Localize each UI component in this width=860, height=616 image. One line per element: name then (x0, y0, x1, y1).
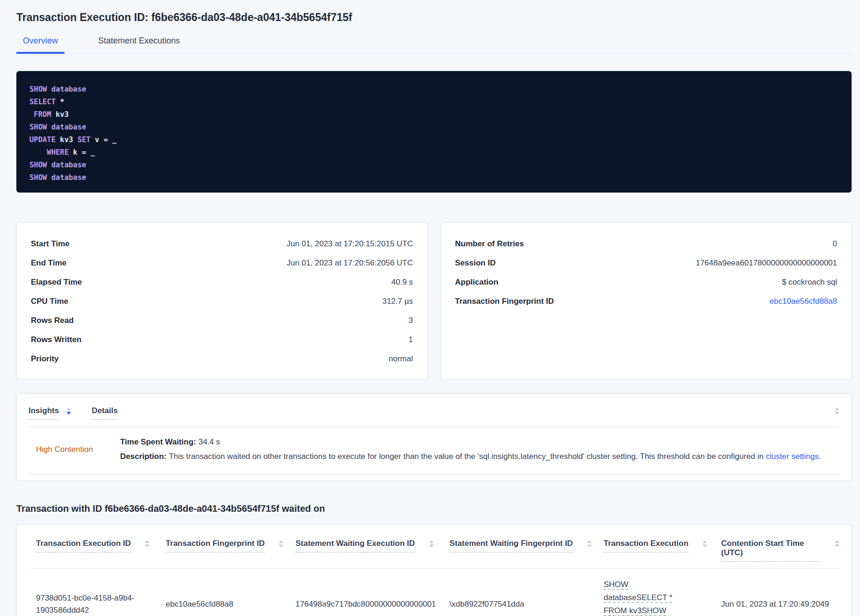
summary-card-right: Number of Retries 0 Session ID 17648a9ee… (441, 222, 852, 380)
column-header-transaction-execution-id[interactable]: Transaction Execution ID (29, 539, 158, 552)
sql-line: SHOW database (29, 83, 838, 96)
row-label: Application (455, 278, 499, 286)
tab-bar: Overview Statement Executions (16, 36, 852, 54)
column-header-details[interactable]: Details (92, 406, 118, 420)
sql-line: SELECT * (29, 96, 838, 108)
sort-icon[interactable] (145, 540, 150, 547)
sort-icon[interactable] (702, 540, 707, 547)
waited-on-heading: Transaction with ID f6be6366-da03-48de-a… (16, 503, 852, 514)
summary-row-cpu-time: CPU Time 312.7 µs (31, 297, 413, 305)
tab-overview[interactable]: Overview (16, 36, 64, 54)
sql-line: SHOW database (29, 159, 838, 172)
insight-type-label: High Contention (29, 445, 120, 454)
row-value: Jun 01, 2023 at 17:20:56:2056 UTC (287, 259, 413, 267)
sql-line: FROM kv3 (29, 108, 838, 121)
row-value: 1 (408, 336, 413, 344)
table-row: 9738d051-bc0e-4158-a9b4-1903586ddd42 ebc… (29, 569, 839, 616)
column-header-statement-waiting-fingerprint-id[interactable]: Statement Waiting Fingerprint ID (442, 539, 596, 552)
row-value: 3 (408, 316, 413, 324)
cell-statement-waiting-fingerprint-id: \xdb8922f077541dda (442, 598, 596, 610)
column-header-contention-start-time[interactable]: Contention Start Time (UTC) (714, 539, 839, 562)
sort-icon[interactable] (835, 408, 839, 415)
row-label: Number of Retries (455, 240, 524, 248)
summary-card-left: Start Time Jun 01, 2023 at 17:20:15:2015… (16, 222, 428, 380)
row-label: End Time (31, 259, 66, 267)
row-label: CPU Time (31, 297, 68, 305)
cell-statement-waiting-execution-id: 176498a9c717bdc80000000000000001 (288, 598, 442, 610)
row-label: Rows Written (31, 336, 81, 344)
row-label: Transaction Fingerprint ID (455, 297, 554, 305)
column-header-transaction-fingerprint-id[interactable]: Transaction Fingerprint ID (158, 539, 288, 552)
sort-icon[interactable] (66, 408, 71, 415)
summary-row-rows-read: Rows Read 3 (31, 316, 413, 324)
time-spent-waiting-value: 34.4 s (198, 437, 220, 446)
summary-row-retries: Number of Retries 0 (455, 240, 838, 248)
cell-transaction-execution: SHOW databaseSELECT * FROM kv3SHOW datab… (596, 578, 714, 616)
sql-line: UPDATE kv3 SET v = _ (29, 134, 838, 146)
tab-statement-executions[interactable]: Statement Executions (92, 36, 186, 54)
description-period: . (819, 452, 821, 461)
sql-statement-box: SHOW database SELECT * FROM kv3 SHOW dat… (16, 71, 852, 193)
summary-row-transaction-fingerprint: Transaction Fingerprint ID ebc10ae56cfd8… (455, 297, 838, 305)
insights-table-card: Insights Details High Contention Time Sp… (16, 394, 852, 481)
time-spent-waiting-label: Time Spent Waiting: (120, 437, 196, 446)
sort-icon[interactable] (429, 540, 434, 547)
cell-transaction-fingerprint-id: ebc10ae56cfd88a8 (158, 598, 288, 610)
description-text: This transaction waited on other transac… (169, 452, 766, 461)
sql-line: SHOW database (29, 172, 838, 184)
transaction-fingerprint-link[interactable]: ebc10ae56cfd88a8 (769, 297, 837, 305)
summary-row-application: Application $ cockroach sql (455, 278, 838, 286)
sql-line: WHERE k = _ (29, 146, 838, 159)
sql-line: SHOW database (29, 121, 838, 134)
cluster-settings-link[interactable]: cluster settings (766, 452, 818, 461)
row-value: Jun 01, 2023 at 17:20:15:2015 UTC (287, 240, 413, 248)
waited-on-table-header: Transaction Execution ID Transaction Fin… (29, 525, 839, 569)
page-title: Transaction Execution ID: f6be6366-da03-… (16, 11, 852, 24)
row-value: 0 (833, 240, 837, 248)
summary-row-priority: Priority normal (31, 355, 413, 363)
description-label: Description: (120, 452, 166, 461)
insight-details: Time Spent Waiting:34.4 s Description:Th… (120, 437, 821, 461)
row-label: Priority (31, 355, 59, 363)
insight-row: High Contention Time Spent Waiting:34.4 … (29, 427, 839, 475)
column-header-insights[interactable]: Insights (29, 406, 59, 420)
summary-row-rows-written: Rows Written 1 (31, 336, 413, 344)
row-value: 17648a9eea6017800000000000000001 (695, 259, 837, 267)
sort-icon[interactable] (279, 540, 283, 547)
column-header-transaction-execution[interactable]: Transaction Execution (596, 539, 714, 552)
insights-table-header: Insights Details (29, 394, 839, 427)
row-label: Start Time (31, 240, 70, 248)
row-label: Elapsed Time (31, 278, 82, 286)
waited-on-table-card: Transaction Execution ID Transaction Fin… (16, 524, 852, 616)
sort-icon[interactable] (835, 540, 839, 547)
row-value: $ cockroach sql (782, 278, 837, 286)
summary-row-session-id: Session ID 17648a9eea6017800000000000000… (455, 259, 838, 267)
summary-row-end-time: End Time Jun 01, 2023 at 17:20:56:2056 U… (31, 259, 413, 267)
sort-icon[interactable] (587, 540, 592, 547)
column-header-statement-waiting-execution-id[interactable]: Statement Waiting Execution ID (288, 539, 442, 552)
row-value: 312.7 µs (382, 297, 413, 305)
cell-transaction-execution-id: 9738d051-bc0e-4158-a9b4-1903586ddd42 (29, 592, 158, 616)
summary-row-elapsed-time: Elapsed Time 40.9 s (31, 278, 413, 286)
transaction-execution-link[interactable]: SHOW databaseSELECT * FROM kv3SHOW datab… (603, 578, 690, 616)
summary-row-start-time: Start Time Jun 01, 2023 at 17:20:15:2015… (31, 240, 413, 248)
row-label: Rows Read (31, 316, 74, 324)
row-value: 40.9 s (391, 278, 413, 286)
row-value: normal (389, 355, 413, 363)
row-label: Session ID (455, 259, 496, 267)
cell-contention-start-time: Jun 01, 2023 at 17:20:49:2049 (714, 598, 839, 610)
